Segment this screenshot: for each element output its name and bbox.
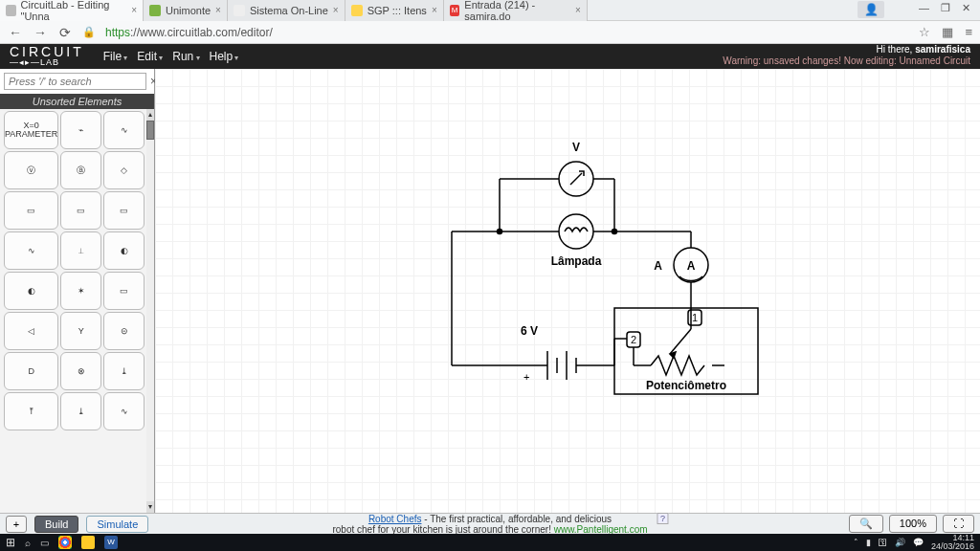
palette-item[interactable]: ⤓ [60, 392, 101, 430]
browser-tabstrip: CircuitLab - Editing "Unna× Unimonte× Si… [0, 0, 980, 21]
start-icon[interactable]: ⊞ [6, 536, 15, 549]
component-sidebar: × Unsorted Elements ▴ ▾ X=0 PARAMETER ⌁ … [0, 69, 155, 513]
palette-item[interactable]: D [4, 352, 58, 390]
zoom-fit-button[interactable]: ⛶ [943, 515, 974, 533]
url-protocol: https [105, 26, 130, 39]
browser-tab-2[interactable]: Unimonte× [144, 0, 228, 21]
ad-info-icon[interactable]: ? [657, 513, 669, 524]
palette-item[interactable]: ◁ [4, 312, 58, 350]
explorer-taskbar-icon[interactable] [81, 536, 95, 549]
word-taskbar-icon[interactable]: W [104, 536, 118, 549]
system-tray: ˄ ▮ ⚿ 🔊 💬 14:11 24/03/2016 [854, 534, 974, 551]
window-close[interactable]: ✕ [962, 2, 970, 14]
chrome-taskbar-icon[interactable] [58, 536, 72, 549]
search-input[interactable] [4, 73, 146, 90]
bookmark-star-icon[interactable]: ☆ [919, 25, 930, 39]
palette-item[interactable]: ⤓ [103, 352, 145, 390]
zoom-value[interactable]: 100% [889, 515, 937, 533]
palette-item[interactable]: ∿ [103, 392, 145, 430]
tab-close-icon[interactable]: × [432, 5, 437, 15]
tray-up-icon[interactable]: ˄ [854, 538, 858, 547]
palette-item[interactable]: ⌁ [60, 111, 101, 149]
tab-title: Unimonte [166, 5, 211, 16]
palette-item[interactable]: ⊝ [103, 312, 145, 350]
nav-forward-icon[interactable]: → [33, 25, 48, 40]
greeting: Hi there, [877, 44, 916, 55]
favicon [351, 5, 363, 16]
palette-item[interactable]: ◇ [103, 151, 145, 189]
chrome-profile-button[interactable]: 👤 [858, 1, 884, 18]
simulate-button[interactable]: Simulate [86, 516, 148, 533]
palette-item[interactable]: ⓐ [60, 151, 101, 189]
menu-run[interactable]: Run [172, 50, 199, 63]
browser-tab-5[interactable]: MEntrada (214) - samira.do× [444, 0, 588, 21]
window-minimize[interactable]: — [919, 2, 929, 14]
nav-back-icon[interactable]: ← [8, 25, 23, 40]
scroll-down-icon[interactable]: ▾ [146, 501, 154, 513]
battery-icon[interactable]: ▮ [866, 538, 871, 547]
tab-close-icon[interactable]: × [575, 5, 581, 15]
menu-file[interactable]: File [103, 50, 128, 63]
app-status: Hi there, samirafisica Warning: unsaved … [723, 44, 970, 67]
add-button[interactable]: + [6, 516, 27, 533]
palette-item[interactable]: ✶ [60, 272, 101, 310]
app-header: CIRCUIT —◂▸—LAB File Edit Run Help Hi th… [0, 44, 980, 69]
palette-item[interactable]: ◐ [4, 272, 58, 310]
url-display[interactable]: https://www.circuitlab.com/editor/ [105, 26, 909, 39]
scroll-up-icon[interactable]: ▴ [146, 109, 154, 121]
palette-item[interactable]: ∿ [4, 231, 58, 270]
palette-item[interactable]: ▭ [60, 191, 101, 230]
window-controls: — ❐ ✕ [909, 0, 980, 16]
palette-item[interactable]: X=0 PARAMETER [4, 111, 58, 149]
ad-banner[interactable]: Robot Chefs - The first practical, affor… [332, 514, 647, 535]
ad-link[interactable]: www.Pantelligent.com [554, 524, 648, 535]
lamp-label: Lâmpada [551, 254, 602, 268]
search-icon[interactable]: ⌕ [25, 538, 31, 548]
chrome-menu-icon[interactable]: ≡ [965, 25, 972, 39]
taskview-icon[interactable]: ▭ [40, 538, 49, 548]
palette-item[interactable]: Y [60, 312, 101, 350]
palette-item[interactable]: ▭ [103, 272, 145, 310]
palette-item[interactable]: ⟂ [60, 231, 101, 270]
unsaved-warning: Warning: unsaved changes! Now editing: U… [723, 55, 970, 67]
tab-close-icon[interactable]: × [131, 5, 137, 15]
browser-tab-3[interactable]: Sistema On-Line× [228, 0, 345, 21]
palette-item[interactable]: ▭ [103, 191, 145, 230]
palette-item[interactable]: ⓥ [4, 151, 58, 189]
svg-point-6 [559, 214, 593, 249]
window-maximize[interactable]: ❐ [941, 2, 950, 14]
palette-item[interactable]: ▭ [4, 191, 58, 230]
ammeter-label: A [654, 259, 662, 273]
svg-text:A: A [687, 259, 696, 273]
wifi-icon[interactable]: ⚿ [879, 538, 887, 547]
menu-help[interactable]: Help [210, 50, 239, 63]
windows-taskbar: ⊞ ⌕ ▭ W ˄ ▮ ⚿ 🔊 💬 14:11 24/03/2016 [0, 534, 980, 551]
schematic-canvas[interactable]: A [155, 69, 980, 513]
circuit-diagram[interactable]: A [404, 126, 806, 471]
scroll-thumb[interactable] [146, 121, 154, 140]
nav-reload-icon[interactable]: ⟳ [57, 25, 73, 40]
tab-close-icon[interactable]: × [333, 5, 339, 15]
palette-item[interactable]: ⤒ [4, 392, 58, 430]
notifications-icon[interactable]: 💬 [913, 538, 924, 547]
svg-line-1 [570, 173, 582, 185]
volume-icon[interactable]: 🔊 [895, 538, 905, 547]
tab-title: CircuitLab - Editing "Unna [21, 0, 127, 22]
svg-point-10 [612, 230, 617, 234]
zoom-in-button[interactable]: 🔍 [849, 515, 883, 533]
sidebar-scrollbar[interactable]: ▴ ▾ [146, 109, 154, 513]
ad-title[interactable]: Robot Chefs [368, 514, 422, 524]
main-area: × Unsorted Elements ▴ ▾ X=0 PARAMETER ⌁ … [0, 69, 980, 513]
browser-tab-4[interactable]: SGP ::: Itens× [345, 0, 444, 21]
menu-edit[interactable]: Edit [137, 50, 163, 63]
palette-item[interactable]: ∿ [103, 111, 145, 149]
palette-item[interactable]: ◐ [103, 231, 145, 270]
palette-item[interactable]: ⊗ [60, 352, 101, 390]
browser-tab-1[interactable]: CircuitLab - Editing "Unna× [0, 0, 144, 21]
clock[interactable]: 14:11 24/03/2016 [931, 534, 974, 551]
tab-close-icon[interactable]: × [215, 5, 221, 15]
ext-icon[interactable]: ▦ [942, 25, 953, 39]
build-button[interactable]: Build [34, 516, 78, 533]
battery-plus: + [523, 371, 529, 383]
sidebar-search-row: × [0, 69, 154, 94]
